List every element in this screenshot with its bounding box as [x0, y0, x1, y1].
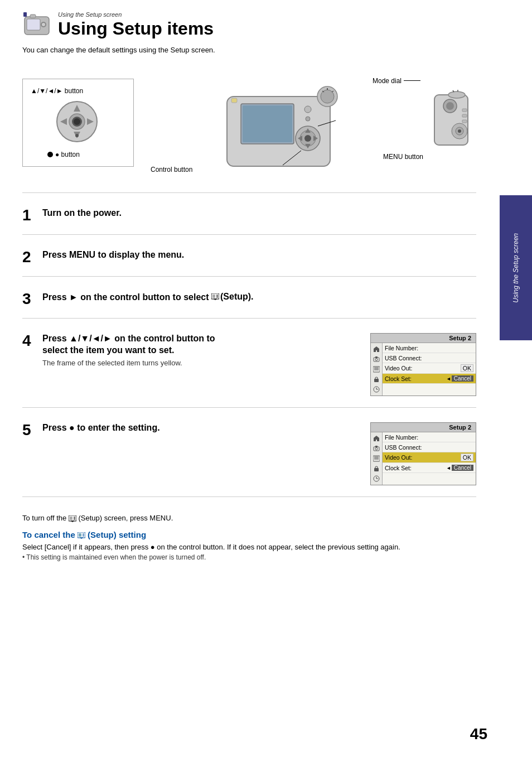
setup-screen-step4: Setup 2 [370, 333, 476, 396]
step-1-number: 1 [22, 208, 42, 223]
step-1: 1 Turn on the power. [22, 199, 476, 229]
setup-icon-cancel-heading [78, 532, 85, 539]
separator-2 [22, 276, 476, 277]
svg-point-28 [304, 135, 311, 142]
step-3: 3 Press ► on the control button to selec… [22, 282, 476, 312]
step-5-content: Press ● to enter the setting. [42, 422, 359, 436]
step-5-number: 5 [22, 422, 42, 438]
icon-clock-5 [372, 474, 381, 483]
menu-button-label: MENU button [383, 153, 423, 161]
icon-wrench [372, 365, 381, 374]
step-4: 4 Press ▲/▼/◄/► on the control button to… [22, 324, 476, 402]
setup-icon-inline [69, 515, 76, 522]
svg-rect-68 [375, 446, 378, 447]
setup-row-video-4: Video Out: OK [383, 363, 476, 374]
diagram-area: ▲/▼/◄/► button ● but [22, 64, 476, 181]
separator-3 [22, 318, 476, 319]
note-text: • This setting is maintained even when t… [22, 553, 476, 561]
svg-point-67 [375, 448, 378, 450]
step-3-number: 3 [22, 291, 42, 307]
svg-point-24 [304, 106, 311, 113]
svg-rect-44 [462, 120, 467, 123]
step-5-instruction: Press ● to enter the setting. [42, 422, 359, 434]
svg-point-25 [306, 117, 310, 121]
bottom-section: To turn off the (Setup) screen, press ME… [22, 508, 476, 561]
page-number: 45 [470, 725, 487, 743]
svg-rect-6 [23, 12, 27, 16]
control-diagram-left: ▲/▼/◄/► button ● but [22, 79, 134, 167]
svg-point-56 [375, 359, 378, 361]
icon-house-5 [372, 434, 381, 443]
camera-side-view [426, 89, 476, 156]
bullet-button-label: ● button [47, 151, 80, 158]
icon-camera-5 [372, 444, 381, 453]
icon-wrench-5 [372, 454, 381, 463]
icon-camera [372, 355, 381, 364]
svg-rect-49 [212, 295, 215, 298]
svg-rect-43 [462, 114, 467, 117]
separator-4 [22, 407, 476, 408]
svg-rect-42 [462, 109, 467, 112]
svg-point-3 [42, 23, 45, 26]
subtitle: Using the Setup screen [58, 11, 214, 18]
step-4-subtext: The frame of the selected item turns yel… [42, 359, 359, 367]
page-title: Using Setup items [58, 19, 214, 38]
step-3-instruction: Press ► on the control button to select … [42, 291, 476, 303]
step-3-content: Press ► on the control button to select … [42, 291, 476, 306]
svg-point-38 [446, 102, 454, 110]
svg-rect-4 [30, 15, 36, 18]
camera-diagram [210, 83, 350, 175]
svg-point-39 [448, 91, 465, 98]
step-4-content: Press ▲/▼/◄/► on the control button tose… [42, 333, 359, 367]
step-1-instruction: Turn on the power. [42, 208, 476, 219]
svg-point-15 [75, 134, 79, 137]
svg-rect-18 [243, 105, 292, 142]
cancel-text: Select [Cancel] if it appears, then pres… [22, 543, 476, 551]
svg-rect-62 [374, 379, 379, 382]
setup-row-clock-5: Clock Set: ◄ Cancel [383, 463, 476, 473]
step-1-content: Turn on the power. [42, 208, 476, 221]
mode-dial-label: Mode dial [373, 77, 420, 85]
step-2-content: Press MENU to display the menu. [42, 249, 476, 263]
separator-0 [22, 192, 476, 193]
setup-row-video-5: Video Out: OK [383, 452, 476, 463]
separator-1 [22, 234, 476, 235]
side-tab: Using the Setup screen [500, 195, 532, 340]
setup-rows-5: File Number: USB Connect: Video Out: OK … [383, 432, 476, 485]
separator-5 [22, 496, 476, 497]
setup-rows-4: File Number: USB Connect: Video Out: OK … [383, 343, 476, 396]
setup-screen-step5: Setup 2 [370, 422, 476, 485]
dpad-icon [55, 99, 99, 144]
setup-screen-title-4: Setup 2 [371, 334, 476, 343]
step-2-number: 2 [22, 249, 42, 265]
setup-row-file-5: File Number: [383, 432, 476, 442]
page-header: Using the Setup screen Using Setup items [22, 11, 476, 40]
svg-rect-1 [27, 19, 40, 30]
bullet-circle-icon [47, 152, 53, 157]
control-button-label: Control button [151, 166, 192, 173]
turn-off-text: To turn off the (Setup) screen, press ME… [22, 514, 476, 522]
header-icon [22, 11, 51, 40]
header-text: Using the Setup screen Using Setup items [58, 11, 214, 38]
icon-lock-5 [372, 464, 381, 473]
icon-clock [372, 385, 381, 394]
step-4-number: 4 [22, 333, 42, 349]
step-5: 5 Press ● to enter the setting. Setup 2 [22, 413, 476, 491]
svg-rect-73 [374, 468, 379, 471]
svg-rect-85 [79, 533, 81, 537]
setup-row-clock-4: Clock Set: ◄ Cancel [383, 374, 476, 384]
camera-side-icon [429, 89, 473, 156]
svg-point-14 [74, 118, 80, 125]
svg-rect-35 [231, 98, 237, 103]
intro-text: You can change the default settings usin… [22, 46, 476, 54]
icon-house [372, 345, 381, 354]
svg-rect-78 [70, 517, 72, 520]
setup-row-file-4: File Number: [383, 343, 476, 353]
step-4-instruction: Press ▲/▼/◄/► on the control button tose… [42, 333, 359, 356]
svg-point-47 [458, 129, 461, 133]
side-tab-text: Using the Setup screen [512, 233, 520, 303]
setup-row-usb-4: USB Connect: [383, 353, 476, 363]
setup-row-usb-5: USB Connect: [383, 442, 476, 452]
setup-icons-col-4 [371, 343, 383, 396]
setup-screen-title-5: Setup 2 [371, 423, 476, 432]
